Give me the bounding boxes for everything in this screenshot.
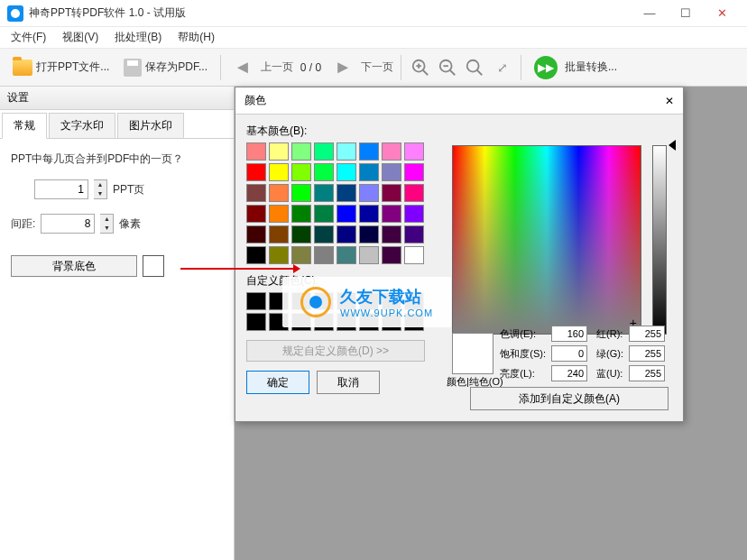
zoom-in-button[interactable] — [409, 56, 432, 79]
basic-color-cell[interactable] — [314, 246, 334, 264]
menu-view[interactable]: 视图(V) — [59, 28, 102, 47]
basic-color-cell[interactable] — [337, 163, 356, 181]
basic-color-cell[interactable] — [404, 163, 424, 181]
menu-file[interactable]: 文件(F) — [7, 28, 50, 47]
tab-image-watermark[interactable]: 图片水印 — [117, 113, 184, 138]
menu-batch[interactable]: 批处理(B) — [111, 28, 165, 47]
toolbar: 打开PPT文件... 保存为PDF... ◄ 上一页 0 / 0 ► 下一页 ⤢… — [0, 49, 747, 87]
basic-color-cell[interactable] — [269, 205, 289, 223]
custom-color-cell[interactable] — [246, 313, 266, 331]
basic-color-cell[interactable] — [246, 184, 266, 202]
blue-input[interactable] — [629, 365, 665, 381]
color-gradient-picker[interactable] — [452, 145, 641, 335]
basic-color-cell[interactable] — [404, 246, 424, 264]
basic-color-cell[interactable] — [314, 205, 334, 223]
basic-color-cell[interactable] — [359, 142, 379, 161]
basic-color-cell[interactable] — [404, 184, 424, 202]
basic-color-cell[interactable] — [359, 184, 379, 202]
basic-color-cell[interactable] — [382, 205, 401, 223]
basic-color-cell[interactable] — [246, 142, 266, 161]
next-page-button[interactable]: ► — [328, 55, 357, 79]
merge-question: PPT中每几页合并到PDF中的一页？ — [11, 151, 223, 167]
basic-color-cell[interactable] — [359, 163, 379, 181]
basic-color-cell[interactable] — [382, 184, 401, 202]
basic-color-cell[interactable] — [269, 225, 289, 243]
basic-color-cell[interactable] — [337, 184, 356, 202]
basic-color-cell[interactable] — [404, 225, 424, 243]
app-icon — [7, 5, 23, 22]
define-custom-button[interactable]: 规定自定义颜色(D) >> — [246, 340, 425, 362]
close-button[interactable]: ✕ — [704, 1, 740, 26]
basic-color-cell[interactable] — [246, 163, 266, 181]
luminosity-pointer[interactable] — [663, 140, 676, 151]
tab-general[interactable]: 常规 — [2, 113, 47, 139]
prev-page-button[interactable]: ◄ — [228, 55, 257, 79]
basic-color-cell[interactable] — [359, 225, 379, 243]
basic-color-cell[interactable] — [382, 225, 401, 243]
zoom-fit-button[interactable] — [463, 56, 486, 79]
basic-color-cell[interactable] — [314, 142, 334, 161]
gap-input[interactable] — [41, 214, 95, 234]
basic-color-cell[interactable] — [337, 246, 356, 264]
fullscreen-button[interactable]: ⤢ — [490, 56, 513, 79]
basic-color-cell[interactable] — [246, 205, 266, 223]
color-dialog: 颜色 ✕ 基本颜色(B): 自定义颜色(C): 规定自定义颜色(D) >> 确定… — [235, 87, 684, 422]
color-preview — [452, 333, 493, 374]
luminosity-slider[interactable] — [652, 145, 667, 335]
minimize-button[interactable]: — — [632, 1, 668, 26]
color-swatch[interactable] — [143, 255, 164, 277]
save-pdf-button[interactable]: 保存为PDF... — [118, 55, 213, 80]
basic-color-cell[interactable] — [314, 225, 334, 243]
maximize-button[interactable]: ☐ — [668, 1, 704, 26]
basic-color-cell[interactable] — [404, 205, 424, 223]
basic-color-cell[interactable] — [269, 142, 289, 161]
red-input[interactable] — [629, 326, 665, 342]
gap-spinner[interactable]: ▲▼ — [100, 214, 114, 234]
basic-color-cell[interactable] — [269, 246, 289, 264]
custom-color-cell[interactable] — [246, 292, 266, 310]
basic-color-cell[interactable] — [337, 225, 356, 243]
zoom-out-button[interactable] — [436, 56, 459, 79]
basic-color-cell[interactable] — [382, 142, 401, 161]
ok-button[interactable]: 确定 — [246, 371, 309, 394]
basic-color-cell[interactable] — [291, 184, 311, 202]
basic-color-cell[interactable] — [291, 205, 311, 223]
cancel-button[interactable]: 取消 — [317, 371, 380, 394]
color-value-fields: 色调(E): 红(R): 饱和度(S): 绿(G): 亮度(L): 蓝(U): — [500, 326, 669, 381]
basic-color-cell[interactable] — [291, 225, 311, 243]
watermark-url: WWW.9UPK.COM — [340, 308, 433, 318]
basic-color-cell[interactable] — [382, 163, 401, 181]
basic-color-cell[interactable] — [291, 163, 311, 181]
batch-convert-button[interactable]: ▶▶ 批量转换... — [529, 52, 622, 83]
settings-sidebar: 设置 常规 文字水印 图片水印 PPT中每几页合并到PDF中的一页？ ▲▼ PP… — [0, 87, 235, 560]
lum-input[interactable] — [551, 365, 587, 381]
basic-color-cell[interactable] — [404, 142, 424, 161]
prev-label: 上一页 — [261, 60, 293, 75]
green-input[interactable] — [629, 345, 665, 362]
add-custom-color-button[interactable]: 添加到自定义颜色(A) — [470, 387, 669, 410]
basic-color-cell[interactable] — [314, 184, 334, 202]
ppt-pages-spinner[interactable]: ▲▼ — [94, 179, 107, 199]
basic-color-cell[interactable] — [291, 142, 311, 161]
basic-color-cell[interactable] — [359, 246, 379, 264]
batch-label: 批量转换... — [565, 60, 617, 75]
ppt-pages-input[interactable] — [34, 179, 88, 199]
background-color-button[interactable]: 背景底色 — [11, 255, 137, 277]
basic-colors-label: 基本颜色(B): — [246, 124, 672, 139]
hue-input[interactable] — [551, 326, 587, 342]
basic-color-cell[interactable] — [337, 142, 356, 161]
basic-color-cell[interactable] — [359, 205, 379, 223]
basic-color-cell[interactable] — [337, 205, 356, 223]
open-file-button[interactable]: 打开PPT文件... — [7, 56, 115, 79]
tab-text-watermark[interactable]: 文字水印 — [49, 113, 115, 138]
basic-color-cell[interactable] — [314, 163, 334, 181]
basic-color-cell[interactable] — [246, 246, 266, 264]
basic-color-cell[interactable] — [269, 184, 289, 202]
basic-color-cell[interactable] — [269, 163, 289, 181]
sat-input[interactable] — [551, 345, 587, 362]
basic-color-cell[interactable] — [246, 225, 266, 243]
basic-color-cell[interactable] — [291, 246, 311, 264]
basic-color-cell[interactable] — [382, 246, 401, 264]
menu-help[interactable]: 帮助(H) — [174, 28, 218, 47]
dialog-close-button[interactable]: ✕ — [665, 95, 674, 107]
